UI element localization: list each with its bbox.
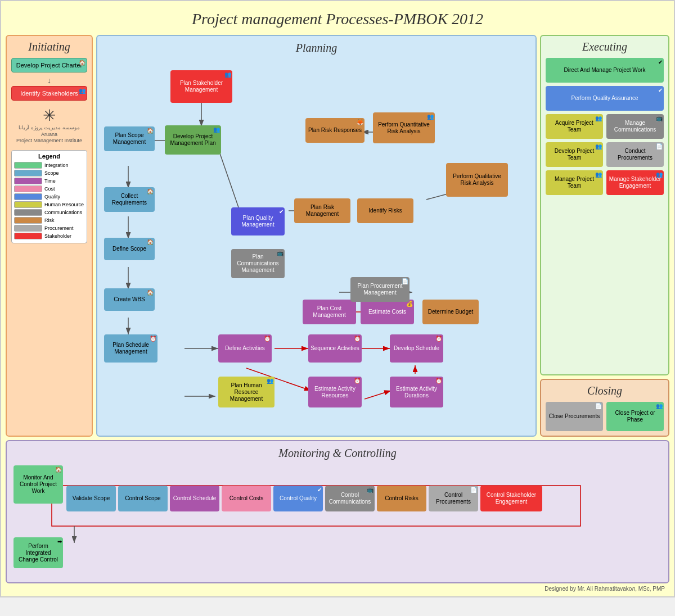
right-column: Executing Direct And Manage Project Work… [540, 35, 669, 437]
develop-pm-plan-card: Develop Project Management Plan 👥 [165, 125, 221, 155]
arrow-1: ↓ [11, 76, 87, 85]
executing-title: Executing [546, 40, 664, 53]
identify-risks-card: Identify Risks [357, 198, 413, 223]
est-res-icon: ⏰ [354, 378, 361, 384]
scope-label: Scope [44, 170, 59, 176]
plan-schedule-card: Plan Schedule Management ⏰ [104, 334, 158, 363]
develop-charter-card: Develop Project Charter 🏠 [11, 58, 87, 73]
monitor-icon: 🏠 [55, 466, 62, 473]
validate-scope-card: Validate Scope [66, 486, 116, 511]
icc-icon: ➡ [57, 538, 62, 545]
executing-section: Executing Direct And Manage Project Work… [540, 35, 669, 375]
develop-team-icon: 👥 [595, 143, 602, 150]
control-schedule-card: Control Schedule [170, 486, 219, 511]
planning-section: Planning [96, 35, 537, 437]
initiating-title: Initiating [11, 40, 87, 53]
manage-stake-icon: 👥 [656, 171, 663, 178]
control-quality-card: Control Quality ✔ [273, 486, 323, 511]
estimate-activity-resources-card: Estimate Activity Resources ⏰ [308, 377, 362, 407]
perform-quant-risk-card: Perform Quantitative Risk Analysis 👥 [373, 112, 435, 143]
plan-scope-card: Plan Scope Management 🏠 [104, 126, 155, 151]
monitoring-section: Monitoring & Controlling Monitor And Con… [6, 440, 669, 583]
stakeholder-icon: 👥 [79, 88, 86, 94]
closing-cards: Close Procurements 📄 Close Project or Ph… [546, 402, 664, 431]
exec-grid: Perform Quality Assurance ✔ Acquire Proj… [546, 86, 664, 195]
hr-color [14, 201, 42, 208]
logo-area: ✳ موسسه مدیریت پروژه آریاناAruanaProject… [11, 106, 87, 144]
legend-scope: Scope [14, 170, 84, 176]
quality-label: Quality [44, 194, 60, 200]
plan-quality-card: Plan Quality Management ✔ [231, 207, 285, 235]
control-risks-card: Control Risks [377, 486, 426, 511]
plan-comms-icon: 📺 [277, 250, 284, 257]
manage-team-icon: 👥 [595, 171, 602, 178]
manage-project-team-card: Manage Project Team 👥 [546, 170, 603, 195]
monitoring-arrows [12, 464, 663, 577]
manage-comms-icon: 📺 [656, 115, 663, 122]
perf-qual-icon: ✔ [658, 87, 663, 94]
plan-procurement-card: Plan Procurement Management 📄 [350, 277, 410, 302]
seq-act-icon: ⏰ [354, 336, 361, 342]
develop-schedule-card: Develop Schedule ⏰ [390, 334, 443, 363]
plan-hr-icon: 👥 [267, 378, 273, 384]
legend-comms: Communications [14, 209, 84, 216]
svg-line-12 [364, 391, 391, 399]
perform-quality-card: Perform Quality Assurance ✔ [546, 86, 664, 111]
sequence-activities-card: Sequence Activities ⏰ [308, 334, 362, 363]
plan-comms-card: Plan Communications Management 📺 [231, 249, 285, 278]
comms-color [14, 209, 42, 216]
proc-color [14, 225, 42, 232]
acquire-team-card: Acquire Project Team 👥 [546, 114, 603, 139]
stakeholder-label: Stakeholder [44, 233, 71, 239]
closing-section: Closing Close Procurements 📄 Close Proje… [540, 379, 669, 437]
monitoring-inner: Monitor And Control Project Work 🏠 Valid… [12, 464, 663, 577]
main-container: Project management Processes-PMBOK 2012 … [0, 0, 675, 597]
determine-budget-card: Determine Budget [422, 300, 479, 324]
estimate-activity-durations-card: Estimate Activity Durations ⏰ [390, 377, 443, 407]
legend-cost: Cost [14, 185, 84, 192]
legend-quality: Quality [14, 193, 84, 200]
perform-qual-risk-card: Perform Qualitative Risk Analysis [446, 163, 508, 197]
plan-risk-mgmt-card: Plan Risk Management [294, 198, 350, 223]
monitoring-title: Monitoring & Controlling [12, 447, 663, 460]
develop-pm-icon: 👥 [213, 126, 220, 133]
direct-manage-icon: ✔ [658, 59, 663, 66]
plan-proc-icon: 📄 [402, 278, 408, 285]
legend-hr: Human Resource [14, 201, 84, 208]
direct-manage-card: Direct And Manage Project Work ✔ [546, 58, 664, 83]
plan-risk-responses-card: Plan Risk Responses 🦊 [305, 118, 364, 143]
stakeholder-color [14, 233, 42, 239]
integration-color [14, 162, 42, 169]
footer: Designed by Mr. Ali Rahmatitavakoл, MSc,… [6, 586, 669, 592]
control-costs-card: Control Costs [222, 486, 271, 511]
hr-label: Human Resource [44, 202, 84, 207]
planning-title: Planning [103, 42, 530, 55]
collect-req-card: Collect Requirements 🏠 [104, 187, 155, 212]
dev-schedule-icon: ⏰ [435, 336, 442, 342]
legend-proc: Procurement [14, 225, 84, 232]
define-scope-card: Define Scope 🏠 [104, 238, 155, 260]
ctrl-proc-icon: 📄 [470, 487, 477, 493]
close-proc-icon: 📄 [595, 403, 602, 410]
close-project-card: Close Project or Phase 👥 [606, 402, 664, 431]
top-row: Initiating Develop Project Charter 🏠 ↓ I… [6, 35, 669, 437]
define-activities-card: Define Activities ⏰ [218, 334, 272, 363]
cost-color [14, 185, 42, 192]
plan-stakeholder-icon: 👥 [224, 71, 231, 78]
proc-label: Procurement [44, 225, 74, 231]
quality-color [14, 193, 42, 200]
initiating-section: Initiating Develop Project Charter 🏠 ↓ I… [6, 35, 93, 437]
plan-stakeholder-card: Plan Stakeholder Management 👥 [170, 70, 232, 103]
legend-stakeholder: Stakeholder [14, 233, 84, 239]
time-label: Time [44, 178, 56, 184]
plan-hr-card: Plan Human Resource Management 👥 [218, 377, 274, 407]
perform-icc-card: Perform Integrated Change Control ➡ [14, 537, 63, 568]
plan-scope-icon: 🏠 [147, 128, 154, 134]
main-title: Project management Processes-PMBOK 2012 [6, 6, 669, 35]
define-act-icon: ⏰ [264, 336, 271, 342]
control-scope-card: Control Scope [118, 486, 168, 511]
cost-label: Cost [44, 186, 55, 192]
logo-icon: ✳ [11, 106, 87, 125]
develop-team-card: Develop Project Team 👥 [546, 142, 603, 167]
define-scope-icon: 🏠 [147, 239, 154, 246]
